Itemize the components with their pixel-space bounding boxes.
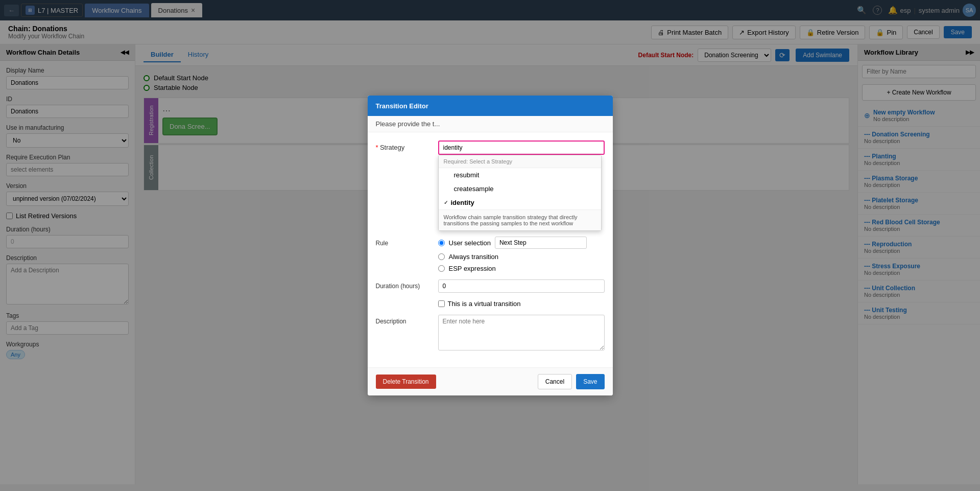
virtual-transition-text: This is a virtual transition [448,300,521,308]
strategy-option-createsample[interactable]: createsample [439,182,601,196]
user-selection-radio[interactable] [438,240,445,246]
modal-description-row: Description [376,315,605,352]
virtual-transition-checkbox[interactable] [438,300,445,307]
check-spacer2 [444,185,451,193]
modal-header: Transition Editor [368,96,613,116]
modal-cancel-button[interactable]: Cancel [538,374,572,389]
modal-subheader: Please provide the t... [368,116,613,132]
modal-duration-content [438,279,605,293]
virtual-transition-label[interactable]: This is a virtual transition [438,300,605,308]
rule-field-content: User selection Always transition ESP exp… [438,237,605,272]
check-icon: ✓ [444,200,448,205]
esp-expression-radio-row: ESP expression [438,265,605,272]
user-selection-radio-row: User selection [438,237,605,249]
modal-overlay: Transition Editor Please provide the t..… [0,0,980,484]
strategy-wrapper: identity Required: Select a Strategy res… [438,141,605,155]
modal-footer-right: Cancel Save [538,374,605,389]
modal-title: Transition Editor [376,102,428,110]
strategy-dropdown-header: Required: Select a Strategy [439,155,601,168]
strategy-identity-label: identity [451,199,474,206]
modal-duration-label: Duration (hours) [376,279,432,290]
esp-expression-label: ESP expression [449,265,496,272]
transition-editor-modal: Transition Editor Please provide the t..… [368,96,613,395]
virtual-label-spacer [376,300,432,303]
strategy-createsample-label: createsample [454,185,494,193]
always-transition-radio[interactable] [438,253,445,260]
strategy-resubmit-label: resubmit [454,171,480,179]
virtual-field-content: This is a virtual transition [438,300,605,308]
virtual-transition-row: This is a virtual transition [376,300,605,308]
modal-duration-input[interactable] [438,279,605,293]
modal-subtitle: Please provide the t... [376,120,440,128]
rule-text-input[interactable] [495,237,587,249]
modal-save-button[interactable]: Save [576,374,604,389]
user-selection-label: User selection [449,239,491,247]
strategy-option-resubmit[interactable]: resubmit [439,168,601,182]
radio-group: User selection Always transition ESP exp… [438,237,605,272]
strategy-required-star: * [376,144,378,151]
modal-description-textarea[interactable] [438,315,605,350]
modal-description-label: Description [376,315,432,325]
delete-transition-button[interactable]: Delete Transition [376,375,436,389]
modal-description-content [438,315,605,352]
rule-row: Rule User selection Always transition [376,237,605,272]
always-transition-radio-row: Always transition [438,253,605,261]
strategy-description: Workflow chain sample transition strateg… [439,209,601,230]
esp-expression-radio[interactable] [438,265,445,272]
modal-body: * Strategy identity Required: Select a S… [368,132,613,367]
strategy-option-identity[interactable]: ✓ identity [439,196,601,209]
modal-footer: Delete Transition Cancel Save [368,367,613,395]
strategy-dropdown: Required: Select a Strategy resubmit cre… [438,155,602,231]
strategy-field-content: identity Required: Select a Strategy res… [438,141,605,155]
strategy-label: * Strategy [376,141,432,151]
duration-row: Duration (hours) [376,279,605,293]
rule-label: Rule [376,237,432,247]
always-transition-label: Always transition [449,253,499,261]
strategy-select-box[interactable]: identity [438,141,605,155]
check-spacer [444,171,451,179]
strategy-row: * Strategy identity Required: Select a S… [376,141,605,155]
